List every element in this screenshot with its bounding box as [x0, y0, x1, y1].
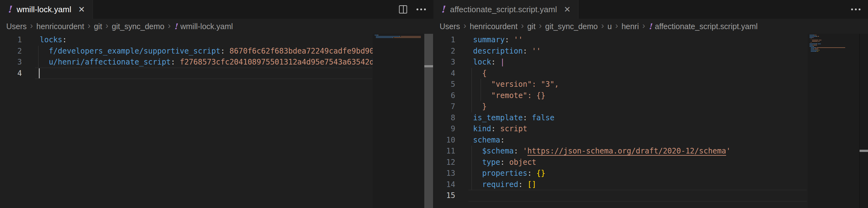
- code-line[interactable]: 3lock: |: [433, 57, 868, 68]
- text-cursor: [39, 68, 40, 79]
- minimap-line: [813, 37, 814, 38]
- minimap-line: [378, 35, 378, 35]
- gutter-line-number: 1: [433, 34, 455, 46]
- code-line[interactable]: 7 }: [433, 101, 868, 112]
- more-actions-icon[interactable]: [851, 8, 861, 10]
- gutter-line-number: 4: [0, 68, 22, 79]
- code-text: u/henri/affectionate_script: f2768573cfc…: [40, 57, 374, 68]
- code-line[interactable]: 6 "remote": {}: [433, 90, 868, 102]
- more-actions-icon[interactable]: [416, 8, 426, 10]
- close-tab-icon[interactable]: ✕: [562, 5, 571, 15]
- gutter-line-number: 2: [0, 46, 22, 57]
- breadcrumb-separator: ›: [642, 21, 646, 31]
- minimap-line: [811, 42, 811, 43]
- code-line[interactable]: 1summary: '': [433, 34, 868, 46]
- gutter-line-number: 6: [433, 90, 455, 101]
- minimap-line: [376, 37, 393, 38]
- breadcrumb-item[interactable]: git_sync_demo: [545, 22, 598, 31]
- indent-guide: [471, 179, 472, 190]
- code-text: lock: |: [473, 57, 505, 68]
- code-line[interactable]: 14 required: []: [433, 179, 868, 190]
- code-line[interactable]: 12 type: object: [433, 157, 868, 168]
- code-line[interactable]: 3 u/henri/affectionate_script: f2768573c…: [0, 57, 433, 68]
- scrollbar[interactable]: [424, 34, 433, 208]
- minimap-line: [815, 47, 816, 48]
- code-text: type: object: [473, 157, 536, 168]
- editor[interactable]: 1summary: ''2description: ''3lock: |4 {5…: [433, 34, 868, 208]
- breadcrumb: Users›henricourdent›git›git_sync_demo›u›…: [433, 19, 868, 34]
- gutter-line-number: 12: [433, 157, 455, 168]
- breadcrumb-item[interactable]: henri: [622, 22, 639, 31]
- code-text: }: [473, 101, 487, 112]
- code-line[interactable]: 5 "version": "3",: [433, 79, 868, 90]
- minimap-line: [817, 47, 844, 48]
- tab-wmill-lock[interactable]: ! wmill-lock.yaml ✕: [0, 0, 93, 19]
- minimap-line: [817, 51, 818, 52]
- tab-label: wmill-lock.yaml: [17, 5, 71, 15]
- code-line[interactable]: 9kind: script: [433, 124, 868, 135]
- code-line[interactable]: 4 {: [433, 68, 868, 79]
- breadcrumb-item[interactable]: Users: [440, 22, 460, 31]
- code-line[interactable]: 2description: '': [433, 46, 868, 57]
- minimap-line: [812, 45, 813, 46]
- breadcrumb-file-item[interactable]: !affectionate_script.script.yaml: [649, 22, 757, 31]
- tab-affectionate-script[interactable]: ! affectionate_script.script.yaml ✕: [433, 0, 579, 19]
- breadcrumb-item[interactable]: git: [527, 22, 535, 31]
- code-text: $schema: 'https://json-schema.org/draft/…: [473, 146, 731, 157]
- split-editor-icon[interactable]: [399, 5, 407, 14]
- minimap-line: [809, 37, 812, 38]
- breadcrumb-item[interactable]: git_sync_demo: [112, 22, 164, 31]
- code-line[interactable]: 4: [0, 68, 433, 79]
- code-line[interactable]: 13 properties: {}: [433, 168, 868, 179]
- gutter-line-number: 8: [433, 112, 455, 124]
- indent-guide: [471, 90, 472, 102]
- breadcrumb-separator: ›: [538, 21, 542, 31]
- breadcrumb-item[interactable]: henricourdent: [36, 22, 84, 31]
- minimap-line: [401, 36, 421, 37]
- code-text: f/developers_example/supportive_script: …: [40, 46, 374, 57]
- minimap-line: [816, 51, 816, 52]
- minimap-line: [809, 46, 813, 47]
- breadcrumb-separator: ›: [463, 21, 467, 31]
- code-line[interactable]: 1locks:: [0, 34, 433, 46]
- gutter-line-number: 13: [433, 168, 455, 179]
- breadcrumb-item[interactable]: u: [608, 22, 612, 31]
- code-text: schema:: [473, 135, 505, 146]
- minimap-line: [818, 36, 819, 37]
- code-text: "remote": {}: [473, 90, 545, 101]
- gutter-line-number: 10: [433, 135, 455, 146]
- code-text: properties: {}: [473, 168, 545, 179]
- code-line[interactable]: 8is_template: false: [433, 112, 868, 124]
- gutter-line-number: 7: [433, 101, 455, 112]
- editor[interactable]: 1locks:2 f/developers_example/supportive…: [0, 34, 433, 208]
- minimap[interactable]: [373, 34, 424, 208]
- gutter-line-number: 2: [433, 46, 455, 57]
- tab-bar: ! wmill-lock.yaml ✕: [0, 0, 433, 19]
- breadcrumb-item[interactable]: henricourdent: [470, 22, 518, 31]
- breadcrumb-separator: ›: [615, 21, 619, 31]
- yaml-file-icon: !: [174, 22, 178, 31]
- code-text: is_template: false: [473, 112, 554, 124]
- code-line[interactable]: 11 $schema: 'https://json-schema.org/dra…: [433, 146, 868, 157]
- minimap-line: [813, 45, 817, 46]
- breadcrumb-item[interactable]: git: [94, 22, 102, 31]
- minimap-line: [809, 45, 812, 46]
- code-line[interactable]: 10schema:: [433, 135, 868, 146]
- code-line[interactable]: 2 f/developers_example/supportive_script…: [0, 46, 433, 57]
- breadcrumb-separator: ›: [29, 21, 33, 31]
- breadcrumb-item[interactable]: Users: [6, 22, 27, 31]
- minimap[interactable]: [808, 34, 859, 208]
- code-line[interactable]: 15: [433, 190, 868, 202]
- minimap-line: [814, 35, 814, 35]
- breadcrumb-separator: ›: [105, 21, 109, 31]
- minimap-line: [394, 37, 421, 38]
- close-tab-icon[interactable]: ✕: [76, 5, 85, 15]
- tab-bar: ! affectionate_script.script.yaml ✕: [433, 0, 868, 19]
- scrollbar[interactable]: [859, 34, 868, 208]
- breadcrumb-file-item[interactable]: !wmill-lock.yaml: [174, 22, 233, 31]
- minimap-line: [393, 37, 393, 38]
- tab-label: affectionate_script.script.yaml: [450, 5, 557, 15]
- code-text: "version": "3",: [473, 79, 559, 90]
- code-text: {: [473, 68, 487, 79]
- scrollbar-thumb[interactable]: [424, 34, 433, 208]
